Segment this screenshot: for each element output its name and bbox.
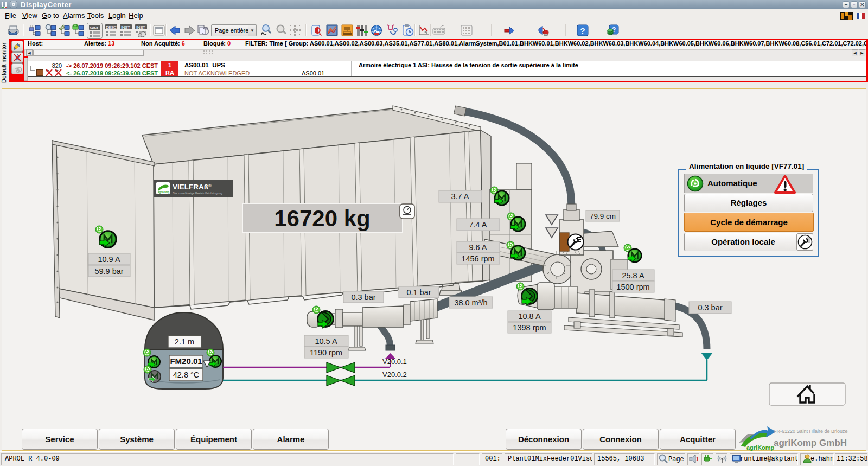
- svg-text:10.9 A: 10.9 A: [98, 255, 120, 264]
- svg-text:16720 kg: 16720 kg: [274, 206, 370, 231]
- svg-text:7.4 A: 7.4 A: [469, 220, 487, 229]
- svg-text:25.8 A: 25.8 A: [622, 271, 644, 280]
- svg-text:38.0 m³/h: 38.0 m³/h: [454, 298, 487, 307]
- svg-text:agriKomp: agriKomp: [746, 444, 775, 451]
- svg-text:3.7 A: 3.7 A: [451, 192, 469, 201]
- svg-text:1456 rpm: 1456 rpm: [461, 254, 494, 263]
- svg-text:10.8 A: 10.8 A: [518, 312, 540, 321]
- svg-text:10.5 A: 10.5 A: [315, 337, 337, 346]
- svg-text:42.8 °C: 42.8 °C: [173, 371, 200, 379]
- svg-text:1500 rpm: 1500 rpm: [616, 283, 649, 291]
- svg-text:agriKomp: agriKomp: [158, 191, 169, 194]
- svg-text:59.9 bar: 59.9 bar: [94, 267, 123, 276]
- svg-text:Die zuverlässige Feststoffeinb: Die zuverlässige Feststoffeinbringung: [173, 191, 222, 195]
- svg-text:0.3 bar: 0.3 bar: [698, 303, 722, 312]
- svg-text:VIELFRAß®: VIELFRAß®: [173, 183, 212, 191]
- svg-text:FR-61220 Saint Hilaire de Brio: FR-61220 Saint Hilaire de Briouze: [774, 429, 848, 434]
- svg-text:1398 rpm: 1398 rpm: [513, 323, 546, 332]
- svg-text:agriKomp GmbH: agriKomp GmbH: [774, 438, 847, 448]
- svg-text:1190 rpm: 1190 rpm: [310, 348, 342, 357]
- svg-text:2.1 m: 2.1 m: [175, 337, 194, 346]
- svg-text:9.6 A: 9.6 A: [469, 243, 487, 252]
- svg-text:FM20.01: FM20.01: [170, 356, 202, 366]
- svg-text:V20.0.2: V20.0.2: [382, 371, 407, 379]
- svg-text:0.1 bar: 0.1 bar: [406, 288, 431, 297]
- svg-text:0.3 bar: 0.3 bar: [351, 293, 375, 302]
- svg-text:V20.0.1: V20.0.1: [382, 358, 407, 366]
- svg-text:79.9 cm: 79.9 cm: [590, 212, 616, 220]
